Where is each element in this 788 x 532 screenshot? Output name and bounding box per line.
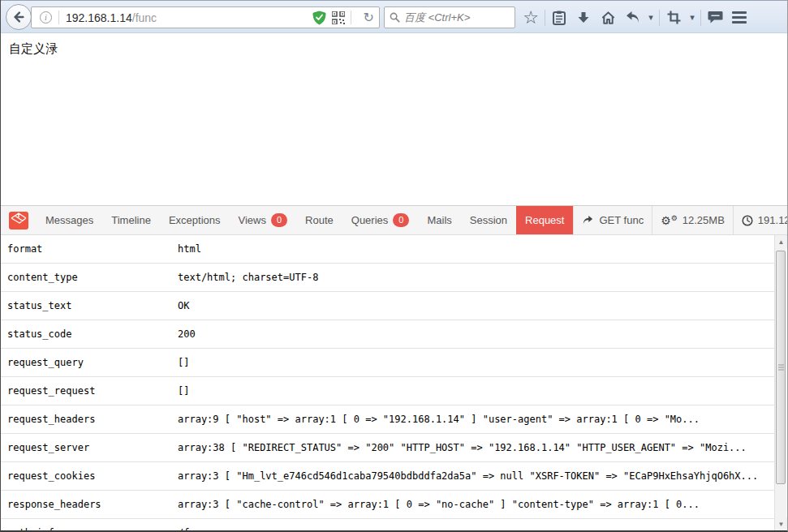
tab-route[interactable]: Route xyxy=(296,206,342,234)
tab-exceptions[interactable]: Exceptions xyxy=(160,206,230,234)
undo-dropdown-caret-icon[interactable]: ▾ xyxy=(644,6,657,30)
tab-queries[interactable]: Queries0 xyxy=(342,206,419,234)
chat-icon[interactable] xyxy=(703,6,727,30)
page-text: 自定义渌 xyxy=(9,41,58,57)
home-icon[interactable] xyxy=(596,6,620,30)
search-icon xyxy=(390,12,400,23)
status-memory: ⚙⚙ 12.25MB xyxy=(652,206,733,234)
back-arrow-icon xyxy=(11,10,26,24)
row-key: request_headers xyxy=(7,414,95,425)
tab-timeline[interactable]: Timeline xyxy=(102,206,160,234)
url-divider xyxy=(351,11,351,24)
table-row: formathtml xyxy=(1,235,777,264)
url-divider xyxy=(58,11,59,24)
tab-views[interactable]: Views0 xyxy=(230,206,297,234)
row-value: array:38 [ "REDIRECT_STATUS" => "200" "H… xyxy=(178,442,747,453)
menu-hamburger-icon[interactable] xyxy=(727,6,751,30)
views-count-badge: 0 xyxy=(271,213,287,227)
row-value: [] xyxy=(178,385,189,397)
url-text: 192.168.1.14/func xyxy=(66,11,157,24)
tab-messages[interactable]: Messages xyxy=(37,206,102,234)
table-row: request_serverarray:38 [ "REDIRECT_STATU… xyxy=(1,434,777,462)
status-time: 191.12ms xyxy=(733,206,788,234)
row-value: /func xyxy=(178,527,207,532)
row-value: html xyxy=(178,243,201,255)
toolbar-divider xyxy=(700,10,701,26)
undo-icon[interactable] xyxy=(620,6,644,30)
toolbar-buttons: ☆ ▾ xyxy=(519,1,751,34)
row-key: format xyxy=(7,243,42,255)
debugbar-scrollbar[interactable]: ▲ ▼ xyxy=(774,235,786,530)
table-row: request_query[] xyxy=(1,349,777,377)
table-row: status_code200 xyxy=(1,320,777,349)
row-key: content_type xyxy=(7,272,78,283)
row-key: request_server xyxy=(7,442,89,453)
share-arrow-icon xyxy=(582,216,594,225)
table-row: status_textOK xyxy=(1,292,777,320)
url-bar[interactable]: i 192.168.1.14/func ↻ xyxy=(31,6,380,28)
back-button[interactable] xyxy=(6,4,32,30)
tab-request[interactable]: Request xyxy=(516,206,573,234)
row-value: array:9 [ "host" => array:1 [ 0 => "192.… xyxy=(178,414,700,425)
table-row: request_cookiesarray:3 [ "Hm_lvt_e746cd5… xyxy=(1,462,777,491)
row-key: status_text xyxy=(7,300,71,311)
search-box[interactable] xyxy=(384,6,515,28)
row-key: response_headers xyxy=(7,499,101,510)
clock-icon xyxy=(742,215,753,226)
shield-icon[interactable] xyxy=(312,11,326,25)
laravel-logo[interactable] xyxy=(1,206,37,234)
row-value: text/html; charset=UTF-8 xyxy=(178,272,318,283)
row-key: request_cookies xyxy=(7,470,95,482)
row-key: request_query xyxy=(7,357,84,368)
bookmarks-menu-icon[interactable] xyxy=(547,6,571,30)
site-info-icon[interactable]: i xyxy=(40,11,52,24)
row-value: [] xyxy=(178,357,189,368)
table-row: request_headersarray:9 [ "host" => array… xyxy=(1,405,777,434)
table-row: request_request[] xyxy=(1,377,777,405)
row-value: array:3 [ "cache-control" => array:1 [ 0… xyxy=(178,499,700,510)
status-route: GET func xyxy=(573,206,652,234)
tab-mails[interactable]: Mails xyxy=(418,206,460,234)
scroll-down-arrow-icon[interactable]: ▼ xyxy=(775,517,787,530)
row-value: 200 xyxy=(178,328,196,340)
browser-toolbar: i 192.168.1.14/func ↻ ☆ xyxy=(1,0,788,33)
row-key: request_request xyxy=(7,385,95,397)
crop-tool-icon[interactable] xyxy=(661,6,686,30)
scrollbar-thumb[interactable] xyxy=(776,251,786,484)
crop-dropdown-caret-icon[interactable]: ▾ xyxy=(686,6,699,30)
row-value: array:3 [ "Hm_lvt_e746cd546d1caba79540bd… xyxy=(178,470,758,482)
queries-count-badge: 0 xyxy=(393,213,409,227)
qr-code-icon[interactable] xyxy=(332,11,345,24)
search-input[interactable] xyxy=(404,11,502,24)
table-row: path_info/func xyxy=(1,519,777,532)
debugbar-tabs: Messages Timeline Exceptions Views0 Rout… xyxy=(37,206,573,234)
table-row: response_headersarray:3 [ "cache-control… xyxy=(1,491,777,519)
request-details-table: formathtml content_typetext/html; charse… xyxy=(1,235,777,532)
scroll-up-arrow-icon[interactable]: ▲ xyxy=(775,235,787,248)
row-key: status_code xyxy=(7,328,71,340)
debugbar-header: Messages Timeline Exceptions Views0 Rout… xyxy=(1,205,788,235)
reload-icon[interactable]: ↻ xyxy=(364,10,374,25)
gears-icon: ⚙⚙ xyxy=(661,215,678,226)
scrollbar-grip xyxy=(778,363,784,372)
tab-session[interactable]: Session xyxy=(461,206,516,234)
page-content: 自定义渌 xyxy=(1,34,788,205)
row-value: OK xyxy=(178,300,189,311)
bookmark-star-icon[interactable]: ☆ xyxy=(519,6,543,30)
toolbar-divider xyxy=(659,10,660,26)
row-key: path_info xyxy=(7,527,60,532)
downloads-icon[interactable] xyxy=(571,6,596,30)
toolbar-divider xyxy=(545,10,545,26)
table-row: content_typetext/html; charset=UTF-8 xyxy=(1,264,777,292)
